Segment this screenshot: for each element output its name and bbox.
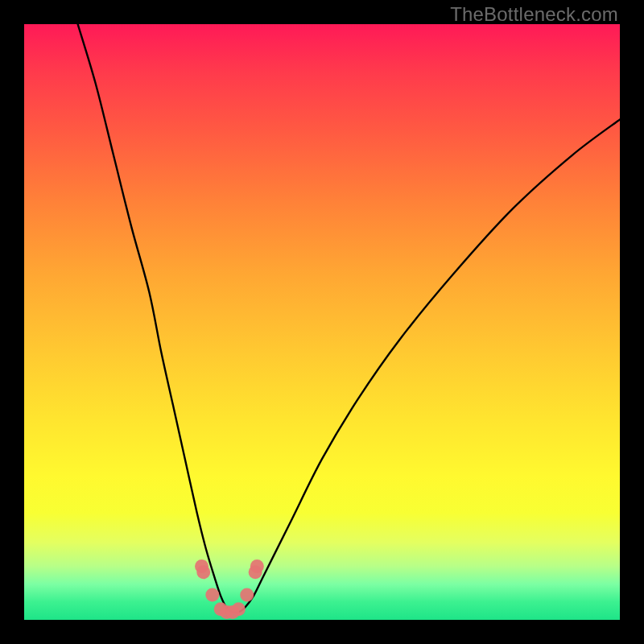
curve-marker bbox=[205, 588, 219, 601]
curve-marker bbox=[232, 602, 246, 616]
watermark-label: TheBottleneck.com bbox=[450, 3, 618, 26]
curve-marker bbox=[240, 588, 254, 601]
curve-markers bbox=[195, 559, 264, 619]
bottleneck-curve bbox=[78, 24, 620, 613]
plot-area bbox=[24, 24, 620, 620]
curve-marker bbox=[250, 559, 264, 573]
curve-marker bbox=[196, 565, 210, 579]
curve-svg bbox=[24, 24, 620, 620]
chart-frame: TheBottleneck.com bbox=[0, 0, 644, 644]
